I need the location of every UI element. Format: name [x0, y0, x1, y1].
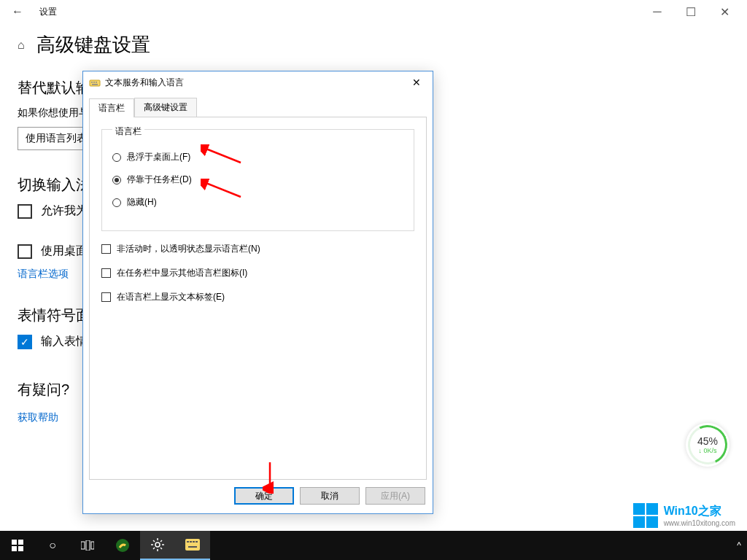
tab-advanced-keys[interactable]: 高级键设置 — [134, 98, 197, 117]
svg-rect-25 — [185, 539, 200, 551]
use-desktop-langbar-checkbox[interactable] — [18, 244, 32, 259]
taskbar-ime[interactable] — [175, 531, 210, 560]
svg-rect-0 — [90, 80, 100, 86]
svg-line-21 — [153, 540, 155, 542]
page-title: 高级键盘设置 — [36, 32, 150, 58]
svg-line-24 — [160, 540, 162, 542]
svg-rect-3 — [96, 82, 97, 83]
start-button[interactable] — [0, 531, 35, 560]
tray-chevron-up-icon[interactable]: ^ — [731, 540, 747, 551]
radio-float-label: 悬浮于桌面上(F) — [127, 151, 190, 163]
keyboard-icon — [89, 77, 101, 88]
radio-dock-label: 停靠于任务栏(D) — [127, 174, 192, 186]
dialog-titlebar: 文本服务和输入语言 ✕ — [83, 71, 433, 93]
cancel-button[interactable]: 取消 — [300, 487, 360, 505]
brand-watermark: Win10之家 www.win10xitong.com — [633, 503, 735, 528]
svg-rect-27 — [190, 541, 192, 542]
svg-rect-9 — [18, 540, 23, 545]
allow-per-app-checkbox[interactable] — [18, 204, 32, 219]
speed-widget[interactable]: 45% ↓ 0K/s — [686, 423, 729, 467]
dialog-close-button[interactable]: ✕ — [406, 74, 427, 91]
windows-logo-icon — [633, 503, 658, 528]
radio-hide[interactable] — [112, 198, 121, 207]
radio-float[interactable] — [112, 153, 121, 162]
get-help-link[interactable]: 获取帮助 — [18, 411, 58, 424]
langbar-fieldset: 语言栏 悬浮于桌面上(F) 停靠于任务栏(D) 隐藏(H) — [101, 129, 414, 231]
cortana-button[interactable]: ○ — [35, 531, 70, 560]
svg-point-16 — [155, 542, 160, 547]
svg-rect-8 — [12, 540, 17, 545]
cb-text-labels-label: 在语言栏上显示文本标签(E) — [117, 291, 225, 303]
dialog-title: 文本服务和输入语言 — [105, 77, 184, 89]
taskbar-edge[interactable] — [105, 531, 140, 560]
cb-text-labels[interactable] — [101, 292, 111, 302]
back-button[interactable]: ← — [6, 5, 29, 18]
svg-rect-30 — [188, 546, 197, 548]
svg-line-22 — [160, 548, 162, 549]
brand-name: Win10之家 — [664, 504, 735, 519]
task-view-button[interactable] — [70, 531, 105, 560]
svg-rect-13 — [86, 540, 90, 551]
svg-rect-11 — [18, 546, 23, 551]
svg-rect-12 — [81, 542, 85, 549]
apply-button[interactable]: 应用(A) — [365, 487, 425, 505]
svg-line-23 — [153, 548, 155, 549]
home-icon[interactable]: ⌂ — [18, 39, 25, 52]
system-tray: ^ — [731, 540, 747, 551]
close-button[interactable]: ✕ — [708, 0, 741, 23]
svg-rect-10 — [12, 546, 17, 551]
dialog-buttons: 确定 取消 应用(A) — [83, 480, 433, 513]
window-title: 设置 — [39, 6, 57, 18]
langbar-options-link[interactable]: 语言栏选项 — [18, 268, 69, 281]
radio-hide-label: 隐藏(H) — [127, 196, 157, 209]
svg-rect-26 — [187, 541, 189, 542]
ok-button[interactable]: 确定 — [234, 487, 294, 505]
brand-url: www.win10xitong.com — [664, 519, 735, 527]
tab-langbar[interactable]: 语言栏 — [89, 98, 134, 117]
svg-rect-28 — [193, 541, 195, 542]
titlebar: ← 设置 ─ ☐ ✕ — [0, 0, 747, 23]
langbar-dialog: 文本服务和输入语言 ✕ 语言栏 高级键设置 语言栏 悬浮于桌面上(F) 停靠于任… — [82, 71, 433, 514]
svg-rect-1 — [91, 82, 93, 83]
svg-rect-29 — [196, 541, 198, 542]
svg-rect-2 — [93, 82, 95, 83]
minimize-button[interactable]: ─ — [640, 0, 674, 23]
svg-rect-4 — [92, 84, 98, 85]
svg-rect-14 — [91, 542, 94, 549]
cb-transparent[interactable] — [101, 244, 111, 254]
speed-rate: ↓ 0K/s — [698, 447, 716, 454]
dialog-tabs: 语言栏 高级键设置 — [89, 98, 427, 117]
tab-panel: 语言栏 悬浮于桌面上(F) 停靠于任务栏(D) 隐藏(H) — [89, 117, 427, 480]
cb-other-icons[interactable] — [101, 268, 111, 278]
taskbar-settings[interactable] — [140, 531, 175, 560]
cb-transparent-label: 非活动时，以透明状态显示语言栏(N) — [117, 243, 260, 255]
emoji-panel-checkbox[interactable]: ✓ — [18, 335, 32, 349]
cb-other-icons-label: 在任务栏中显示其他语言栏图标(I) — [117, 267, 247, 279]
langbar-legend: 语言栏 — [112, 125, 144, 138]
radio-dock[interactable] — [112, 176, 121, 184]
speed-percent: 45% — [697, 435, 718, 447]
taskbar: ○ ^ — [0, 531, 747, 560]
maximize-button[interactable]: ☐ — [674, 0, 708, 23]
